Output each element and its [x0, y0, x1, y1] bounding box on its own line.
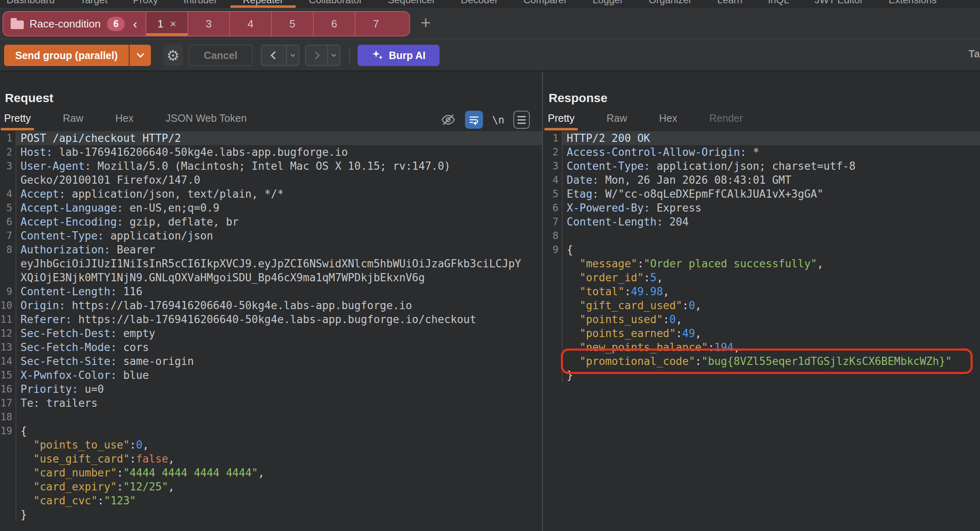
send-group-button[interactable]: Send group (parallel) — [4, 45, 151, 66]
line-number: 3 — [0, 159, 16, 173]
tab-group-name: Race-condition — [30, 18, 100, 30]
menu-item-collaborator[interactable]: Collaborator — [309, 0, 362, 8]
menu-item-decoder[interactable]: Decoder — [461, 0, 498, 8]
editor-menu-icon[interactable] — [513, 111, 530, 129]
code-row: 18 — [0, 410, 542, 424]
repeater-tab-7[interactable]: 7 — [355, 12, 397, 36]
menu-item-logger[interactable]: Logger — [593, 0, 623, 8]
line-number — [544, 312, 563, 326]
code-line: "points_used":0, — [563, 312, 980, 326]
request-editor[interactable]: 1POST /api/checkout HTTP/22Host: lab-176… — [0, 131, 542, 531]
code-row: 4Date: Mon, 26 Jan 2026 08:43:01 GMT — [544, 173, 980, 187]
collapse-group-icon[interactable]: ‹ — [133, 17, 137, 30]
code-line: "card_number":"4444 4444 4444 4444", — [16, 466, 542, 480]
promotional-code-annotation — [561, 349, 973, 374]
menu-item-dashboard[interactable]: Dashboard — [7, 0, 55, 8]
response-tab-raw[interactable]: Raw — [606, 112, 627, 124]
menu-item-learn[interactable]: Learn — [717, 0, 742, 8]
send-options-dropdown[interactable] — [129, 45, 151, 66]
code-row: "points_earned":49, — [544, 326, 980, 340]
code-row: 6Accept-Encoding: gzip, deflate, br — [0, 215, 542, 229]
menu-item-intruder[interactable]: Intruder — [183, 0, 217, 8]
response-tab-hex[interactable]: Hex — [659, 112, 677, 124]
line-number — [0, 494, 16, 508]
word-wrap-toggle[interactable] — [465, 111, 483, 129]
repeater-tab-1[interactable]: 1× — [146, 12, 187, 36]
newline-toggle[interactable]: \n — [492, 114, 504, 126]
panel-splitter[interactable] — [542, 71, 543, 531]
menu-item-comparer[interactable]: Comparer — [523, 0, 567, 8]
line-number — [0, 508, 16, 522]
line-number — [544, 271, 563, 285]
history-back-button[interactable] — [261, 45, 299, 66]
code-row: 1HTTP/2 200 OK — [544, 131, 980, 145]
code-line: "card_expiry":"12/25", — [16, 480, 542, 494]
code-row: 2Access-Control-Allow-Origin: * — [544, 145, 980, 159]
code-line — [563, 229, 980, 243]
menu-item-repeater[interactable]: Repeater — [243, 0, 283, 8]
line-number: 8 — [544, 229, 563, 243]
line-number — [544, 257, 563, 271]
back-dropdown[interactable] — [286, 46, 299, 65]
code-line: Sec-Fetch-Dest: empty — [16, 326, 542, 340]
code-row: Gecko/20100101 Firefox/147.0 — [0, 173, 542, 187]
menu-item-inql[interactable]: InQL — [768, 0, 789, 8]
menu-item-target[interactable]: Target — [80, 0, 107, 8]
line-number — [544, 354, 563, 368]
forward-segment[interactable] — [306, 46, 327, 65]
code-line: { — [16, 424, 542, 438]
menu-item-extensions[interactable]: Extensions — [889, 0, 937, 8]
code-line: Accept-Encoding: gzip, deflate, br — [16, 215, 542, 229]
back-segment[interactable] — [262, 46, 286, 65]
request-editor-icons: \n — [440, 110, 530, 130]
code-line: Gecko/20100101 Firefox/147.0 — [16, 173, 542, 187]
line-number: 7 — [544, 215, 563, 229]
menu-item-organizer[interactable]: Organizer — [649, 0, 692, 8]
line-number: 1 — [0, 131, 16, 145]
close-icon[interactable]: × — [170, 18, 176, 30]
request-tab-hex[interactable]: Hex — [115, 112, 133, 124]
response-tab-pretty[interactable]: Pretty — [548, 112, 574, 124]
response-editor[interactable]: 1HTTP/2 200 OK2Access-Control-Allow-Orig… — [544, 131, 980, 531]
repeater-tab-5[interactable]: 5 — [271, 12, 313, 36]
line-number: 7 — [0, 229, 16, 243]
send-group-label[interactable]: Send group (parallel) — [4, 45, 129, 66]
history-forward-button[interactable] — [305, 45, 340, 66]
line-number: 16 — [0, 382, 16, 396]
request-tab-json-web-token[interactable]: JSON Web Token — [166, 112, 247, 124]
burp-ai-button[interactable]: Burp AI — [358, 45, 440, 66]
code-row: "message":"Order placed successfully", — [544, 257, 980, 271]
line-number — [544, 340, 563, 354]
code-line: Date: Mon, 26 Jan 2026 08:43:01 GMT — [563, 173, 980, 187]
line-number: 2 — [544, 145, 563, 159]
menu-item-jwt-editor[interactable]: JWT Editor — [815, 0, 863, 8]
add-tab-button[interactable]: + — [421, 11, 431, 34]
line-number: 3 — [544, 159, 563, 173]
line-number: 5 — [544, 187, 563, 201]
request-tab-pretty[interactable]: Pretty — [4, 112, 31, 124]
repeater-tab-4[interactable]: 4 — [229, 12, 271, 36]
settings-button[interactable]: ⚙ — [163, 45, 183, 66]
hide-icon[interactable] — [440, 114, 456, 126]
response-panel: Response PrettyRawHexRender 1HTTP/2 200 … — [544, 71, 980, 531]
request-tab-raw[interactable]: Raw — [63, 112, 83, 124]
forward-dropdown[interactable] — [327, 46, 340, 65]
code-row: "use_gift_card":false, — [0, 452, 542, 466]
repeater-tab-3[interactable]: 3 — [187, 12, 229, 36]
code-line: Priority: u=0 — [16, 382, 542, 396]
tab-group-race-condition[interactable]: Race-condition 6 ‹ 1×34567 — [2, 11, 410, 36]
menu-item-sequencer[interactable]: Sequencer — [388, 0, 435, 8]
code-row: } — [0, 508, 542, 522]
code-row: 19{ — [0, 424, 542, 438]
cancel-button[interactable]: Cancel — [189, 45, 253, 66]
code-line — [16, 410, 542, 424]
line-number — [544, 326, 563, 340]
repeater-tab-6[interactable]: 6 — [313, 12, 355, 36]
line-number: 15 — [0, 368, 16, 382]
code-line: Host: lab-1769416206640-50kg4e.labs-app.… — [16, 145, 542, 159]
code-row: 9Content-Length: 116 — [0, 285, 542, 299]
menu-item-proxy[interactable]: Proxy — [133, 0, 158, 8]
line-number — [544, 285, 563, 299]
tab-group-header: Race-condition 6 ‹ — [3, 12, 146, 36]
line-number: 14 — [0, 354, 16, 368]
